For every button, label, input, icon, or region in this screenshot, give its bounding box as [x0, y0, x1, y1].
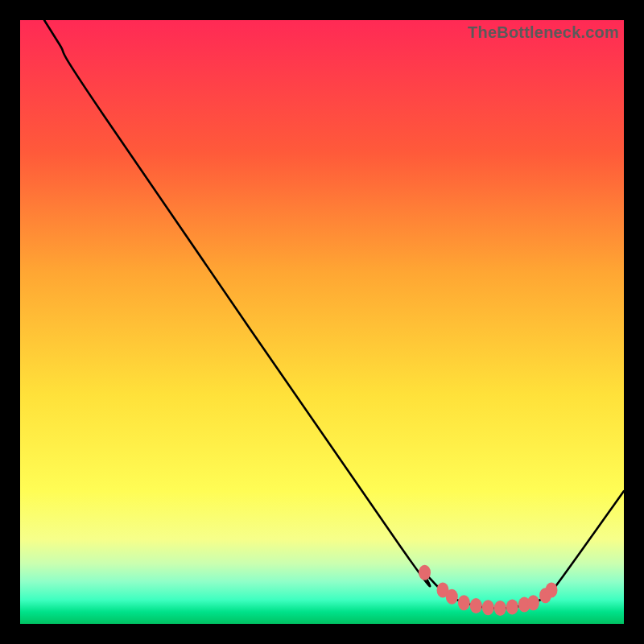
curve-marker — [470, 598, 482, 613]
curve-marker — [458, 595, 470, 610]
curve-marker — [494, 601, 506, 616]
curve-marker — [419, 565, 431, 580]
curve-marker — [446, 589, 458, 605]
plot-area: TheBottleneck.com — [20, 20, 624, 624]
chart-frame: TheBottleneck.com — [0, 0, 644, 644]
curve-marker — [527, 595, 539, 610]
curve-marker — [546, 583, 558, 598]
curve-marker — [506, 600, 518, 615]
curve-markers — [419, 565, 558, 616]
bottleneck-curve-path — [44, 20, 624, 609]
bottleneck-curve-svg — [20, 20, 624, 624]
curve-marker — [482, 600, 494, 615]
